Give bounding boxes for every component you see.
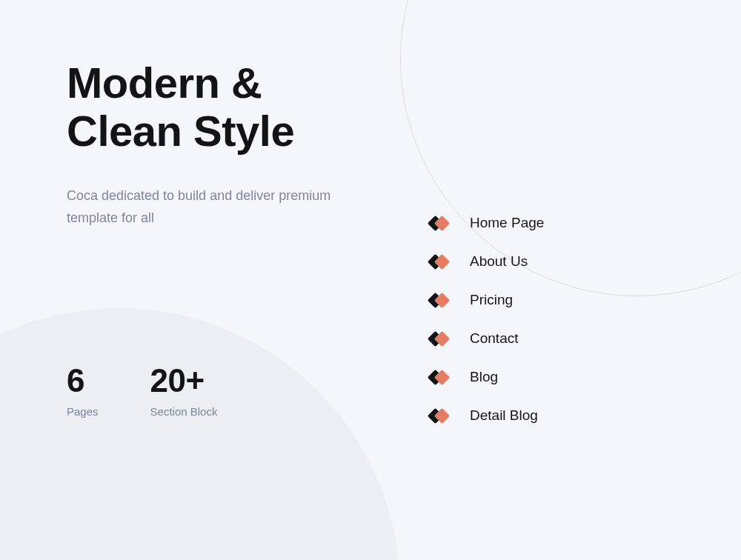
page-item-label: About Us [470, 253, 528, 270]
stat-sections: 20+ Section Block [150, 362, 218, 418]
diamond-icon [430, 369, 451, 385]
page-list: Home Page About Us Pricing Contact Blog … [430, 215, 544, 424]
diamond-icon [430, 330, 451, 347]
page-subtitle: Coca dedicated to build and deliver prem… [67, 185, 363, 229]
stat-pages-label: Pages [67, 405, 99, 418]
page-title-line2: Clean Style [67, 107, 294, 155]
hero-section: Modern & Clean Style Coca dedicated to b… [0, 0, 741, 560]
diamond-icon [430, 215, 451, 231]
stats-row: 6 Pages 20+ Section Block [67, 362, 674, 418]
diamond-icon [430, 253, 451, 270]
page-item-label: Blog [470, 369, 498, 385]
diamond-icon [430, 292, 451, 308]
page-item-label: Home Page [470, 215, 544, 231]
page-item-blog: Blog [430, 369, 544, 385]
page-item-home: Home Page [430, 215, 544, 231]
page-item-label: Contact [470, 330, 518, 347]
page-title: Modern & Clean Style [67, 59, 674, 156]
page-item-detail-blog: Detail Blog [430, 407, 544, 424]
diamond-icon [430, 407, 451, 424]
page-item-contact: Contact [430, 330, 544, 347]
stat-pages-value: 6 [67, 362, 99, 399]
page-item-label: Detail Blog [470, 407, 538, 424]
page-item-label: Pricing [470, 292, 513, 308]
page-item-pricing: Pricing [430, 292, 544, 308]
stat-sections-label: Section Block [150, 405, 218, 418]
stat-pages: 6 Pages [67, 362, 99, 418]
page-title-line1: Modern & [67, 59, 262, 107]
page-item-about: About Us [430, 253, 544, 270]
stat-sections-value: 20+ [150, 362, 218, 399]
